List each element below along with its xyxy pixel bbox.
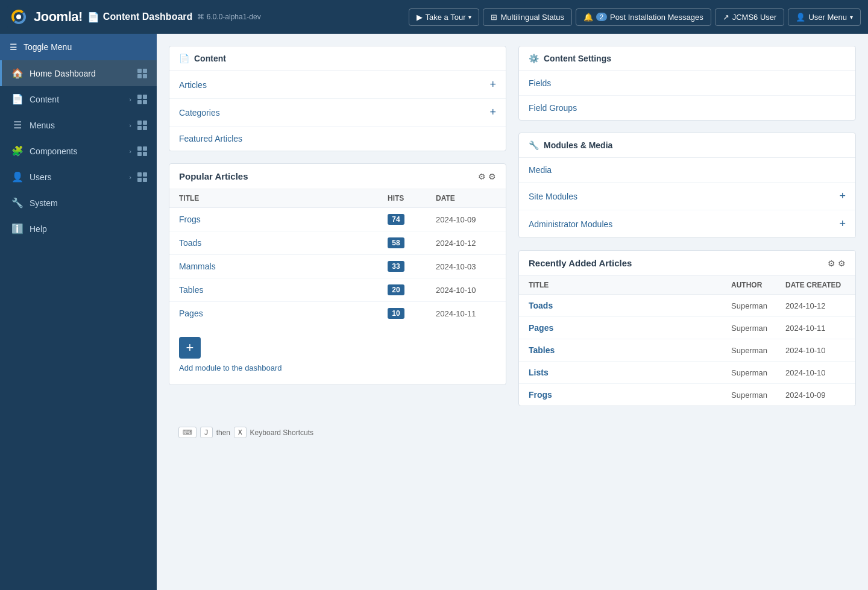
- ra-author: Superman: [731, 346, 785, 355]
- page-title: 📄 Content Dashboard: [87, 11, 192, 23]
- version-badge: ⌘ 6.0.0-alpha1-dev: [197, 13, 260, 21]
- ra-date: 2024-10-10: [785, 346, 846, 355]
- add-module-button[interactable]: +: [179, 337, 201, 359]
- content-settings-panel: ⚙️ Content Settings Fields Field Groups: [518, 46, 856, 121]
- ra-title-link[interactable]: Lists: [529, 368, 731, 377]
- popular-articles-rows: Frogs 74 2024-10-09 Toads 58 2024-10-12 …: [169, 208, 506, 325]
- sidebar-item-components[interactable]: 🧩 Components ›: [0, 138, 157, 164]
- user-menu-button[interactable]: 👤 User Menu ▾: [788, 8, 861, 26]
- ra-title-link[interactable]: Toads: [529, 301, 731, 310]
- popular-articles-settings-icon[interactable]: ⚙ ⚙: [478, 172, 496, 181]
- take-tour-button[interactable]: ▶ Take a Tour ▾: [409, 8, 480, 26]
- chevron-down-icon: ▾: [468, 14, 471, 20]
- content-settings-header: ⚙️ Content Settings: [519, 46, 855, 71]
- sidebar-item-content[interactable]: 📄 Content ›: [0, 86, 157, 112]
- article-date: 2024-10-10: [436, 286, 496, 295]
- grid-icon: [137, 172, 147, 182]
- left-column: 📄 Content Articles + Categories +: [169, 46, 506, 406]
- categories-add-button[interactable]: +: [489, 106, 496, 119]
- sidebar-item-help[interactable]: ℹ️ Help: [0, 216, 157, 242]
- hits-badge: 74: [388, 214, 404, 225]
- page-title-icon: 📄: [87, 11, 99, 23]
- ra-author: Superman: [731, 368, 785, 377]
- ra-author: Superman: [731, 301, 785, 310]
- categories-link[interactable]: Categories: [179, 108, 220, 118]
- media-row: Media: [519, 158, 855, 183]
- sidebar-item-menus[interactable]: ☰ Menus ›: [0, 112, 157, 138]
- list-item: Frogs Superman 2024-10-09: [519, 384, 855, 406]
- article-title-link[interactable]: Toads: [179, 238, 388, 248]
- article-title-link[interactable]: Mammals: [179, 262, 388, 271]
- articles-link[interactable]: Articles: [179, 80, 207, 90]
- site-modules-add-button[interactable]: +: [839, 190, 846, 202]
- toggle-menu-button[interactable]: ☰ Toggle Menu: [0, 34, 157, 60]
- ra-title-link[interactable]: Tables: [529, 345, 731, 355]
- hits-badge: 10: [388, 308, 404, 319]
- chevron-right-icon: ›: [129, 96, 131, 103]
- ra-author: Superman: [731, 391, 785, 400]
- sidebar-item-home-dashboard[interactable]: 🏠 Home Dashboard: [0, 60, 157, 86]
- list-item: Lists Superman 2024-10-10: [519, 362, 855, 384]
- chevron-right-icon: ›: [129, 122, 131, 129]
- categories-row: Categories +: [169, 99, 506, 127]
- settings-icon: ⚙️: [529, 54, 539, 63]
- article-title-link[interactable]: Tables: [179, 285, 388, 295]
- system-icon: 🔧: [11, 197, 24, 209]
- home-icon: 🏠: [11, 67, 24, 79]
- featured-articles-link[interactable]: Featured Articles: [179, 134, 242, 143]
- tour-icon: ▶: [417, 13, 423, 22]
- notification-badge: 2: [596, 13, 607, 21]
- grid-icon: [137, 95, 147, 104]
- admin-modules-add-button[interactable]: +: [839, 218, 846, 230]
- content-grid: 📄 Content Articles + Categories +: [169, 46, 856, 406]
- kbd-x: X: [234, 427, 247, 438]
- external-link-icon: ↗: [723, 13, 729, 22]
- joomla-logo[interactable]: Joomla!: [7, 5, 83, 28]
- sidebar-item-users[interactable]: 👤 Users ›: [0, 164, 157, 190]
- table-row: Mammals 33 2024-10-03: [169, 255, 506, 278]
- media-link[interactable]: Media: [529, 165, 552, 175]
- grid-icon: [137, 121, 147, 130]
- recently-added-panel: Recently Added Articles ⚙ ⚙ Title Author…: [518, 250, 856, 406]
- fields-link[interactable]: Fields: [529, 78, 551, 88]
- add-module-area: + Add module to the dashboard: [169, 325, 506, 384]
- keyboard-icon: ⌨: [178, 427, 197, 438]
- top-navigation: Joomla! 📄 Content Dashboard ⌘ 6.0.0-alph…: [0, 0, 868, 34]
- grid-icon: [137, 69, 147, 78]
- jcms6-user-button[interactable]: ↗ JCMS6 User: [715, 8, 785, 26]
- sidebar: ☰ Toggle Menu 🏠 Home Dashboard 📄 Content…: [0, 34, 157, 590]
- ra-date: 2024-10-11: [785, 324, 846, 333]
- ra-date: 2024-10-09: [785, 391, 846, 400]
- article-date: 2024-10-12: [436, 239, 496, 248]
- topnav-actions: ▶ Take a Tour ▾ ⊞ Multilingual Status 🔔 …: [409, 8, 861, 26]
- content-icon: 📄: [11, 93, 24, 105]
- add-module-label[interactable]: Add module to the dashboard: [179, 363, 282, 372]
- articles-add-button[interactable]: +: [489, 78, 496, 91]
- ra-title-link[interactable]: Frogs: [529, 390, 731, 400]
- featured-articles-row: Featured Articles: [169, 127, 506, 151]
- content-panel-header: 📄 Content: [169, 46, 506, 71]
- popular-articles-panel: Popular Articles ⚙ ⚙ Title Hits Date Fro…: [169, 163, 506, 385]
- ra-author: Superman: [731, 324, 785, 333]
- content-settings-body: Fields Field Groups: [519, 71, 855, 120]
- ra-title-link[interactable]: Pages: [529, 323, 731, 333]
- field-groups-link[interactable]: Field Groups: [529, 103, 577, 113]
- sidebar-item-system[interactable]: 🔧 System: [0, 190, 157, 216]
- table-row: Frogs 74 2024-10-09: [169, 208, 506, 231]
- administrator-modules-link[interactable]: Administrator Modules: [529, 219, 612, 229]
- content-panel-icon: 📄: [179, 54, 189, 63]
- site-modules-row: Site Modules +: [519, 183, 855, 210]
- administrator-modules-row: Administrator Modules +: [519, 210, 855, 237]
- content-panel: 📄 Content Articles + Categories +: [169, 46, 506, 151]
- multilingual-status-button[interactable]: ⊞ Multilingual Status: [483, 8, 572, 26]
- components-icon: 🧩: [11, 145, 24, 157]
- hits-badge: 33: [388, 261, 404, 272]
- post-installation-button[interactable]: 🔔 2 Post Installation Messages: [576, 8, 711, 26]
- site-modules-link[interactable]: Site Modules: [529, 192, 577, 201]
- article-date: 2024-10-03: [436, 262, 496, 271]
- list-item: Pages Superman 2024-10-11: [519, 317, 855, 339]
- recently-added-settings-icon[interactable]: ⚙ ⚙: [828, 259, 846, 268]
- article-title-link[interactable]: Pages: [179, 309, 388, 318]
- article-date: 2024-10-09: [436, 215, 496, 224]
- article-title-link[interactable]: Frogs: [179, 215, 388, 224]
